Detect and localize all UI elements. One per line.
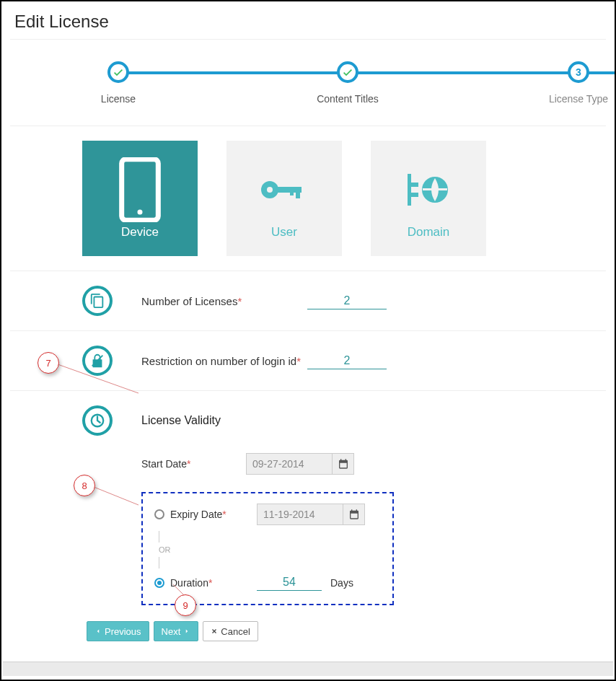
previous-button[interactable]: Previous — [87, 621, 149, 641]
footer-band — [3, 662, 613, 676]
svg-rect-6 — [290, 187, 294, 195]
row-login-restrict: Restriction on number of login id* — [1, 346, 615, 376]
divider — [10, 390, 606, 391]
arrow-left-icon — [94, 628, 102, 635]
key-icon — [258, 157, 310, 222]
validity-header: License Validity — [82, 405, 615, 436]
annotation-9: 9 — [175, 594, 196, 616]
divider — [10, 330, 606, 331]
tile-label: Device — [121, 225, 159, 240]
or-connector: OR — [159, 531, 381, 568]
expiry-date-input[interactable] — [257, 504, 343, 525]
step-license[interactable]: License — [75, 61, 162, 105]
tile-label: Domain — [408, 225, 450, 240]
duration-input[interactable] — [257, 574, 322, 591]
login-restrict-label: Restriction on number of login id* — [141, 355, 307, 367]
wizard-buttons: Previous Next Cancel — [87, 621, 615, 641]
clock-icon — [82, 405, 113, 436]
license-type-tiles: Device User — [1, 126, 615, 256]
radio-expiry[interactable] — [154, 509, 164, 519]
start-date-row: Start Date* — [82, 453, 615, 475]
step-label: License — [75, 93, 162, 105]
svg-rect-8 — [411, 183, 418, 187]
svg-point-3 — [267, 187, 273, 193]
arrow-right-icon — [183, 628, 190, 635]
divider — [10, 271, 606, 271]
option-expiry-date[interactable]: Expiry Date* — [154, 504, 381, 525]
duration-unit: Days — [330, 577, 353, 589]
lock-icon — [82, 346, 113, 376]
annotation-7: 7 — [38, 352, 59, 374]
step-license-type[interactable]: 3 License Type — [535, 61, 616, 105]
device-icon — [115, 157, 165, 222]
step-label: License Type — [535, 93, 616, 105]
duration-label: Duration* — [170, 577, 257, 589]
option-duration[interactable]: Duration* Days — [154, 574, 381, 591]
step-label: Content Titles — [304, 93, 391, 105]
svg-rect-7 — [408, 174, 411, 206]
tile-label: User — [271, 225, 297, 240]
check-icon — [337, 61, 358, 83]
copy-icon — [82, 286, 113, 316]
calendar-icon — [338, 458, 349, 470]
row-num-licenses: Number of Licenses* — [1, 286, 615, 316]
login-restrict-input[interactable] — [307, 353, 387, 369]
globe-icon — [403, 157, 454, 222]
num-licenses-input[interactable] — [307, 293, 387, 309]
page-title: Edit License — [1, 1, 615, 39]
svg-point-1 — [137, 209, 142, 214]
start-date-label: Start Date* — [141, 458, 246, 470]
divider — [10, 39, 606, 40]
next-button[interactable]: Next — [154, 621, 199, 641]
tile-user[interactable]: User — [226, 141, 342, 256]
svg-rect-9 — [411, 193, 418, 197]
calendar-icon — [348, 509, 360, 520]
step-content-titles[interactable]: Content Titles — [304, 61, 391, 105]
cancel-button[interactable]: Cancel — [203, 621, 258, 641]
num-licenses-label: Number of Licenses* — [141, 295, 307, 307]
svg-rect-5 — [296, 187, 300, 198]
expiry-duration-group: Expiry Date* OR Duration* Days — [141, 492, 394, 605]
radio-duration[interactable] — [154, 578, 164, 588]
close-icon — [211, 628, 218, 635]
validity-section: License Validity Start Date* Expiry Date… — [1, 405, 615, 605]
step-number: 3 — [568, 61, 589, 83]
check-icon — [107, 61, 129, 83]
start-date-input[interactable] — [246, 453, 333, 475]
stepper: License Content Titles 3 License Type — [10, 47, 606, 126]
tile-domain[interactable]: Domain — [371, 141, 486, 256]
validity-title: License Validity — [141, 414, 221, 427]
calendar-button[interactable] — [333, 453, 354, 475]
annotation-8: 8 — [74, 475, 95, 496]
calendar-button[interactable] — [343, 504, 365, 525]
page-root: Edit License License Content Titles 3 Li… — [0, 0, 616, 681]
svg-rect-11 — [423, 188, 447, 190]
expiry-label: Expiry Date* — [170, 509, 257, 520]
tile-device[interactable]: Device — [82, 141, 198, 256]
